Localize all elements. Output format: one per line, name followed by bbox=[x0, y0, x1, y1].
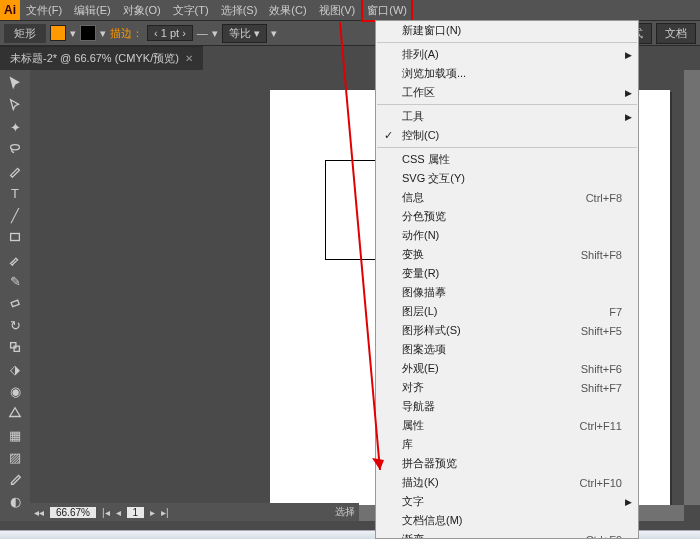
menu-effect[interactable]: 效果(C) bbox=[263, 0, 312, 20]
menu-item[interactable]: SVG 交互(Y) bbox=[376, 169, 638, 188]
menu-item[interactable]: 对齐Shift+F7 bbox=[376, 378, 638, 397]
menu-item[interactable]: 描边(K)Ctrl+F10 bbox=[376, 473, 638, 492]
menu-item-label: 文字 bbox=[402, 494, 424, 509]
menu-item-label: 信息 bbox=[402, 190, 424, 205]
stroke-weight-field[interactable]: ‹ 1 pt › bbox=[147, 25, 193, 41]
menu-file[interactable]: 文件(F) bbox=[20, 0, 68, 20]
menu-item[interactable]: 动作(N) bbox=[376, 226, 638, 245]
svg-rect-1 bbox=[11, 234, 20, 241]
menu-item-label: 渐变 bbox=[402, 532, 424, 539]
menu-item-label: 文档信息(M) bbox=[402, 513, 463, 528]
menu-select[interactable]: 选择(S) bbox=[215, 0, 264, 20]
menu-item[interactable]: 新建窗口(N) bbox=[376, 21, 638, 40]
menu-item[interactable]: 图层(L)F7 bbox=[376, 302, 638, 321]
menu-item[interactable]: 图像描摹 bbox=[376, 283, 638, 302]
menu-item-label: 对齐 bbox=[402, 380, 424, 395]
tool-scale[interactable] bbox=[3, 336, 27, 358]
stroke-swatch[interactable] bbox=[80, 25, 96, 41]
svg-rect-2 bbox=[11, 300, 19, 307]
menu-item-label: 拼合器预览 bbox=[402, 456, 457, 471]
tool-shape-builder[interactable]: ◉ bbox=[3, 380, 27, 402]
document-tab-title: 未标题-2* @ 66.67% (CMYK/预览) bbox=[10, 51, 179, 66]
uniform-field[interactable]: 等比 ▾ bbox=[222, 24, 267, 43]
status-mode: 选择 bbox=[335, 505, 355, 519]
menu-item[interactable]: 信息Ctrl+F8 bbox=[376, 188, 638, 207]
menu-item-label: 图层(L) bbox=[402, 304, 437, 319]
tool-gradient[interactable]: ▨ bbox=[3, 446, 27, 468]
menu-item[interactable]: 文档信息(M) bbox=[376, 511, 638, 530]
tool-rotate[interactable]: ↻ bbox=[3, 314, 27, 336]
submenu-arrow-icon: ▶ bbox=[625, 497, 632, 507]
menu-window[interactable]: 窗口(W) bbox=[361, 0, 413, 22]
menu-view[interactable]: 视图(V) bbox=[313, 0, 362, 20]
tool-width[interactable]: ⬗ bbox=[3, 358, 27, 380]
tool-direct-select[interactable] bbox=[3, 94, 27, 116]
nav-last-icon[interactable]: ▸| bbox=[161, 507, 169, 518]
close-icon[interactable]: ✕ bbox=[185, 53, 193, 64]
menu-item-label: 变量(R) bbox=[402, 266, 439, 281]
menu-item[interactable]: 拼合器预览 bbox=[376, 454, 638, 473]
nav-prev2-icon[interactable]: ◂ bbox=[116, 507, 121, 518]
menu-item[interactable]: 导航器 bbox=[376, 397, 638, 416]
artboard-nav-field[interactable]: 1 bbox=[127, 507, 145, 518]
menu-item[interactable]: 属性Ctrl+F11 bbox=[376, 416, 638, 435]
nav-prev-icon[interactable]: ◂◂ bbox=[34, 507, 44, 518]
menu-item[interactable]: 外观(E)Shift+F6 bbox=[376, 359, 638, 378]
tool-blend[interactable]: ◐ bbox=[3, 490, 27, 512]
menu-item-label: 属性 bbox=[402, 418, 424, 433]
menu-edit[interactable]: 编辑(E) bbox=[68, 0, 117, 20]
menu-object[interactable]: 对象(O) bbox=[117, 0, 167, 20]
document-tab[interactable]: 未标题-2* @ 66.67% (CMYK/预览) ✕ bbox=[0, 46, 203, 70]
menu-item[interactable]: 浏览加载项... bbox=[376, 64, 638, 83]
menu-item[interactable]: 变换Shift+F8 bbox=[376, 245, 638, 264]
menu-item[interactable]: 图案选项 bbox=[376, 340, 638, 359]
menu-item[interactable]: 排列(A)▶ bbox=[376, 45, 638, 64]
tool-eyedropper[interactable] bbox=[3, 468, 27, 490]
tool-paintbrush[interactable] bbox=[3, 248, 27, 270]
zoom-field[interactable]: 66.67% bbox=[50, 507, 96, 518]
menu-item[interactable]: 变量(R) bbox=[376, 264, 638, 283]
tool-selection[interactable] bbox=[3, 72, 27, 94]
menu-item[interactable]: 库 bbox=[376, 435, 638, 454]
submenu-arrow-icon: ▶ bbox=[625, 112, 632, 122]
tool-lasso[interactable] bbox=[3, 138, 27, 160]
nav-first-icon[interactable]: |◂ bbox=[102, 507, 110, 518]
menu-item[interactable]: 图形样式(S)Shift+F5 bbox=[376, 321, 638, 340]
menu-item-label: 排列(A) bbox=[402, 47, 439, 62]
menu-item-label: 浏览加载项... bbox=[402, 66, 466, 81]
tool-mesh[interactable]: ▦ bbox=[3, 424, 27, 446]
window-menu-dropdown: 新建窗口(N)排列(A)▶浏览加载项...工作区▶工具▶✓控制(C)CSS 属性… bbox=[375, 20, 639, 539]
ctrl-doc[interactable]: 文档 bbox=[656, 23, 696, 44]
menu-item[interactable]: ✓控制(C) bbox=[376, 126, 638, 145]
stroke-label: 描边： bbox=[110, 26, 143, 41]
menu-item-label: 图形样式(S) bbox=[402, 323, 461, 338]
menu-item[interactable]: 渐变Ctrl+F9 bbox=[376, 530, 638, 539]
tool-pencil[interactable]: ✎ bbox=[3, 270, 27, 292]
menu-shortcut: Ctrl+F9 bbox=[586, 534, 622, 540]
tool-type[interactable]: T bbox=[3, 182, 27, 204]
menu-item-label: SVG 交互(Y) bbox=[402, 171, 465, 186]
menu-item-label: 新建窗口(N) bbox=[402, 23, 461, 38]
nav-next-icon[interactable]: ▸ bbox=[150, 507, 155, 518]
menu-item[interactable]: 文字▶ bbox=[376, 492, 638, 511]
vertical-scrollbar[interactable] bbox=[684, 70, 700, 505]
tool-perspective[interactable] bbox=[3, 402, 27, 424]
menu-item[interactable]: 工作区▶ bbox=[376, 83, 638, 102]
menu-item-label: 外观(E) bbox=[402, 361, 439, 376]
tool-line[interactable]: ╱ bbox=[3, 204, 27, 226]
tool-pen[interactable] bbox=[3, 160, 27, 182]
check-icon: ✓ bbox=[384, 129, 393, 142]
tool-magic-wand[interactable]: ✦ bbox=[3, 116, 27, 138]
menu-item[interactable]: 工具▶ bbox=[376, 107, 638, 126]
menu-shortcut: Shift+F8 bbox=[581, 249, 622, 261]
tool-eraser[interactable] bbox=[3, 292, 27, 314]
menu-bar: Ai 文件(F) 编辑(E) 对象(O) 文字(T) 选择(S) 效果(C) 视… bbox=[0, 0, 700, 20]
menu-shortcut: F7 bbox=[609, 306, 622, 318]
menu-item[interactable]: CSS 属性 bbox=[376, 150, 638, 169]
menu-item-label: 图案选项 bbox=[402, 342, 446, 357]
menu-item-label: 图像描摹 bbox=[402, 285, 446, 300]
menu-item[interactable]: 分色预览 bbox=[376, 207, 638, 226]
menu-type[interactable]: 文字(T) bbox=[167, 0, 215, 20]
fill-swatch[interactable] bbox=[50, 25, 66, 41]
tool-rectangle[interactable] bbox=[3, 226, 27, 248]
